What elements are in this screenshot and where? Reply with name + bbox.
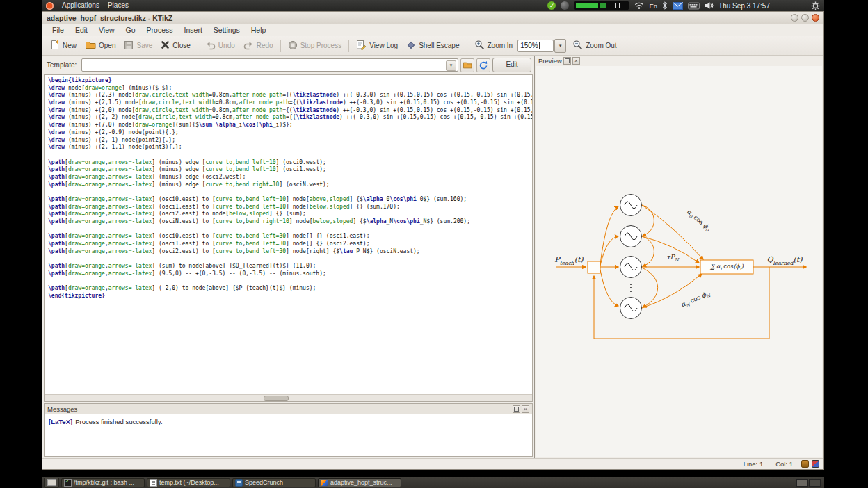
undock-glyph: [565, 58, 570, 63]
taskbar-window-label: adaptive_hopf_struc...: [330, 479, 392, 486]
stop-icon: [288, 40, 298, 51]
code-editor[interactable]: \begin{tikzpicture}\draw node[draw=orang…: [44, 74, 533, 402]
horizontal-scrollbar[interactable]: [45, 394, 532, 401]
code-line: \path[draw=orange,arrows=-latex] (minus)…: [48, 174, 532, 181]
close-panel-icon[interactable]: ×: [522, 405, 529, 413]
toolbar-separator: [198, 40, 198, 52]
code-area[interactable]: \begin{tikzpicture}\draw node[draw=orang…: [45, 75, 532, 394]
close-panel-icon[interactable]: ×: [572, 57, 580, 65]
zoom-out-button[interactable]: Zoom Out: [568, 38, 620, 53]
update-check-icon[interactable]: ✓: [547, 1, 556, 10]
menu-item[interactable]: File: [47, 24, 70, 36]
menu-item[interactable]: View: [93, 24, 120, 36]
chevron-down-icon[interactable]: ▼: [446, 60, 456, 71]
places-menu[interactable]: Places: [104, 0, 133, 11]
minimize-button[interactable]: [791, 14, 798, 22]
taskbar-window-button[interactable]: adaptive_hopf_struc...: [318, 478, 401, 487]
maximize-button[interactable]: [801, 14, 809, 22]
network-globe-icon[interactable]: [561, 1, 569, 10]
monitor-tick: [615, 3, 616, 8]
toolbar: New Open Save Close Undo: [42, 36, 823, 56]
template-reload-button[interactable]: [476, 58, 490, 72]
save-button[interactable]: Save: [120, 39, 156, 53]
toolbar-separator: [467, 40, 467, 52]
screen: Applications Places ✓ En Thu: [42, 0, 824, 488]
open-button[interactable]: Open: [81, 39, 120, 53]
desktop-icon: [47, 479, 56, 486]
status-package-icon[interactable]: [801, 460, 809, 468]
template-combobox[interactable]: ▼: [81, 58, 458, 72]
applications-menu[interactable]: Applications: [58, 0, 104, 11]
undock-icon[interactable]: [513, 405, 520, 413]
q-learned-label: Qlearned(t): [767, 255, 803, 266]
bottom-panel: /tmp/ktikz.git : bash ... temp.txt (~/De…: [42, 477, 824, 488]
code-line: \draw (minus) +(2,1.5) node[draw,circle,…: [48, 99, 532, 107]
menu-item[interactable]: Go: [120, 24, 141, 36]
code-line: \path[draw=orange,arrows=-latex] (osci1.…: [48, 204, 532, 211]
code-line: \path[draw=orange,arrows=-latex] (-2,0) …: [48, 285, 532, 293]
taskbar-window-button[interactable]: /tmp/ktikz.git : bash ...: [61, 478, 145, 487]
system-monitor-applet[interactable]: [574, 1, 629, 10]
code-line: \path[draw=orange,arrows=-latex] (osci0.…: [48, 233, 532, 241]
close-file-button[interactable]: Close: [156, 39, 195, 52]
taskbar-window-label: SpeedCrunch: [245, 479, 283, 486]
toolbar-separator: [280, 40, 281, 52]
ubuntu-logo-icon[interactable]: [46, 2, 54, 10]
stop-process-button[interactable]: Stop Process: [284, 39, 346, 53]
titlebar[interactable]: adaptive_hopf_structure.tikz - KTikZ: [42, 12, 823, 24]
template-label: Template:: [47, 61, 77, 69]
view-log-button[interactable]: View Log: [352, 38, 402, 53]
scrollbar-thumb[interactable]: [264, 396, 289, 401]
mail-icon[interactable]: [673, 2, 683, 10]
settings-gear-icon[interactable]: [811, 1, 820, 10]
code-line: \draw (minus) +(2,-1) node(point2){.};: [48, 137, 532, 145]
message-text: Process finished successfully.: [75, 418, 163, 425]
window-list: /tmp/ktikz.git : bash ... temp.txt (~/De…: [61, 478, 401, 487]
taskbar-window-label: temp.txt (~/Desktop...: [159, 479, 219, 486]
code-line: \draw (minus) +(2,-1.1) node(point3){.};: [48, 144, 532, 152]
show-desktop-button[interactable]: [44, 478, 59, 488]
zoom-out-icon: [572, 40, 583, 51]
panel-clock[interactable]: Thu Sep 3 17:57: [718, 2, 770, 10]
new-button[interactable]: New: [46, 38, 81, 53]
code-line: \path[draw=orange,arrows=-latex] (minus)…: [48, 159, 532, 167]
monitor-bar: [576, 3, 598, 8]
menu-item[interactable]: Settings: [208, 24, 246, 36]
volume-icon[interactable]: [705, 1, 714, 10]
zoom-in-button[interactable]: Zoom In: [470, 38, 517, 53]
bluetooth-icon[interactable]: [662, 1, 668, 10]
workspace-2[interactable]: [809, 479, 821, 487]
undo-button[interactable]: Undo: [201, 39, 239, 53]
preview-canvas: − ∑ αi cos(ϕi) Pteach(t) Qlearned(t) α0 …: [536, 66, 822, 457]
keyboard-layout-indicator[interactable]: En: [649, 2, 657, 10]
keyboard-icon[interactable]: [688, 2, 700, 10]
shell-escape-button[interactable]: Shell Escape: [402, 39, 463, 53]
close-window-button[interactable]: [812, 14, 819, 22]
menu-item[interactable]: Insert: [179, 24, 208, 36]
zoom-dropdown-arrow[interactable]: ▼: [554, 39, 566, 53]
redo-button[interactable]: Redo: [239, 39, 278, 53]
undock-icon[interactable]: [563, 57, 571, 65]
monitor-bar: [600, 3, 606, 8]
undock-glyph: [514, 407, 519, 412]
status-misc-icon[interactable]: [812, 460, 819, 468]
textfile-icon: [150, 479, 157, 487]
code-line: \path[draw=orange,arrows=-latex] (minus)…: [48, 181, 532, 189]
workspace-1[interactable]: [796, 479, 808, 487]
template-edit-button[interactable]: Edit: [492, 58, 531, 72]
menu-item[interactable]: Edit: [70, 24, 93, 36]
zoom-level-input[interactable]: 150%: [517, 40, 554, 52]
column-indicator: Col: 1: [775, 460, 793, 468]
template-row: Template: ▼ Edit: [42, 56, 534, 74]
code-line: \path[draw=orange,arrows=-latex] (minus)…: [48, 166, 532, 174]
taskbar-window-button[interactable]: SpeedCrunch: [232, 478, 316, 487]
template-open-button[interactable]: [460, 58, 474, 72]
code-line: \draw (minus) +(2,0) node[draw,circle,te…: [48, 107, 532, 115]
taskbar-window-button[interactable]: temp.txt (~/Desktop...: [147, 478, 230, 487]
wifi-icon[interactable]: [634, 1, 644, 10]
menu-item[interactable]: Process: [141, 24, 179, 36]
messages-header: Messages ×: [45, 404, 532, 414]
menu-item[interactable]: Help: [246, 24, 272, 36]
ktikz-icon: [321, 479, 328, 487]
undo-label: Undo: [218, 42, 235, 49]
